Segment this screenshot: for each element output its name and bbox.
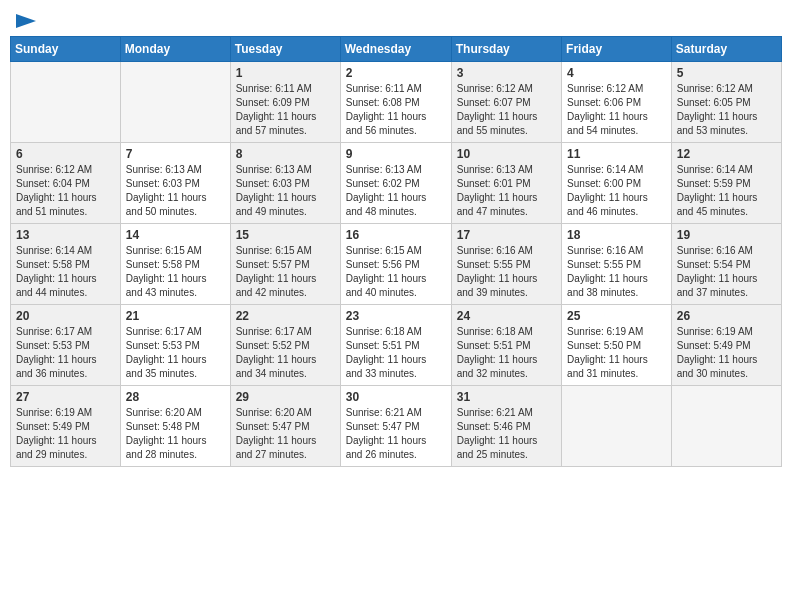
- calendar-cell: 9Sunrise: 6:13 AMSunset: 6:02 PMDaylight…: [340, 143, 451, 224]
- calendar-cell: 5Sunrise: 6:12 AMSunset: 6:05 PMDaylight…: [671, 62, 781, 143]
- calendar-table: SundayMondayTuesdayWednesdayThursdayFrid…: [10, 36, 782, 467]
- calendar-cell: 22Sunrise: 6:17 AMSunset: 5:52 PMDayligh…: [230, 305, 340, 386]
- calendar-week-3: 13Sunrise: 6:14 AMSunset: 5:58 PMDayligh…: [11, 224, 782, 305]
- day-number: 5: [677, 66, 776, 80]
- svg-marker-0: [16, 14, 36, 28]
- day-number: 22: [236, 309, 335, 323]
- calendar-cell: 7Sunrise: 6:13 AMSunset: 6:03 PMDaylight…: [120, 143, 230, 224]
- day-info: Sunrise: 6:15 AMSunset: 5:58 PMDaylight:…: [126, 244, 225, 300]
- day-info: Sunrise: 6:12 AMSunset: 6:05 PMDaylight:…: [677, 82, 776, 138]
- calendar-header-monday: Monday: [120, 37, 230, 62]
- calendar-cell: 25Sunrise: 6:19 AMSunset: 5:50 PMDayligh…: [562, 305, 672, 386]
- day-number: 11: [567, 147, 666, 161]
- day-info: Sunrise: 6:16 AMSunset: 5:55 PMDaylight:…: [567, 244, 666, 300]
- calendar-cell: 24Sunrise: 6:18 AMSunset: 5:51 PMDayligh…: [451, 305, 561, 386]
- day-info: Sunrise: 6:17 AMSunset: 5:53 PMDaylight:…: [16, 325, 115, 381]
- day-info: Sunrise: 6:12 AMSunset: 6:04 PMDaylight:…: [16, 163, 115, 219]
- calendar-week-5: 27Sunrise: 6:19 AMSunset: 5:49 PMDayligh…: [11, 386, 782, 467]
- day-number: 21: [126, 309, 225, 323]
- day-number: 26: [677, 309, 776, 323]
- day-info: Sunrise: 6:19 AMSunset: 5:49 PMDaylight:…: [677, 325, 776, 381]
- day-number: 30: [346, 390, 446, 404]
- calendar-cell: 21Sunrise: 6:17 AMSunset: 5:53 PMDayligh…: [120, 305, 230, 386]
- calendar-cell: 28Sunrise: 6:20 AMSunset: 5:48 PMDayligh…: [120, 386, 230, 467]
- day-number: 24: [457, 309, 556, 323]
- calendar-cell: 27Sunrise: 6:19 AMSunset: 5:49 PMDayligh…: [11, 386, 121, 467]
- calendar-cell: 12Sunrise: 6:14 AMSunset: 5:59 PMDayligh…: [671, 143, 781, 224]
- calendar-cell: [11, 62, 121, 143]
- day-info: Sunrise: 6:18 AMSunset: 5:51 PMDaylight:…: [346, 325, 446, 381]
- calendar-week-4: 20Sunrise: 6:17 AMSunset: 5:53 PMDayligh…: [11, 305, 782, 386]
- day-number: 10: [457, 147, 556, 161]
- calendar-cell: 26Sunrise: 6:19 AMSunset: 5:49 PMDayligh…: [671, 305, 781, 386]
- calendar-cell: 29Sunrise: 6:20 AMSunset: 5:47 PMDayligh…: [230, 386, 340, 467]
- calendar-cell: 31Sunrise: 6:21 AMSunset: 5:46 PMDayligh…: [451, 386, 561, 467]
- day-info: Sunrise: 6:18 AMSunset: 5:51 PMDaylight:…: [457, 325, 556, 381]
- calendar-header-sunday: Sunday: [11, 37, 121, 62]
- calendar-cell: 2Sunrise: 6:11 AMSunset: 6:08 PMDaylight…: [340, 62, 451, 143]
- day-number: 29: [236, 390, 335, 404]
- calendar-cell: 14Sunrise: 6:15 AMSunset: 5:58 PMDayligh…: [120, 224, 230, 305]
- day-info: Sunrise: 6:16 AMSunset: 5:54 PMDaylight:…: [677, 244, 776, 300]
- day-number: 1: [236, 66, 335, 80]
- day-info: Sunrise: 6:14 AMSunset: 5:59 PMDaylight:…: [677, 163, 776, 219]
- day-info: Sunrise: 6:12 AMSunset: 6:06 PMDaylight:…: [567, 82, 666, 138]
- day-number: 8: [236, 147, 335, 161]
- calendar-cell: 8Sunrise: 6:13 AMSunset: 6:03 PMDaylight…: [230, 143, 340, 224]
- day-number: 12: [677, 147, 776, 161]
- calendar-cell: 17Sunrise: 6:16 AMSunset: 5:55 PMDayligh…: [451, 224, 561, 305]
- calendar-cell: 30Sunrise: 6:21 AMSunset: 5:47 PMDayligh…: [340, 386, 451, 467]
- calendar-header-wednesday: Wednesday: [340, 37, 451, 62]
- calendar-cell: 11Sunrise: 6:14 AMSunset: 6:00 PMDayligh…: [562, 143, 672, 224]
- day-number: 15: [236, 228, 335, 242]
- calendar-header-thursday: Thursday: [451, 37, 561, 62]
- day-info: Sunrise: 6:13 AMSunset: 6:02 PMDaylight:…: [346, 163, 446, 219]
- logo-flag-icon: [16, 14, 36, 28]
- calendar-cell: 10Sunrise: 6:13 AMSunset: 6:01 PMDayligh…: [451, 143, 561, 224]
- day-number: 31: [457, 390, 556, 404]
- day-info: Sunrise: 6:17 AMSunset: 5:53 PMDaylight:…: [126, 325, 225, 381]
- calendar-cell: 19Sunrise: 6:16 AMSunset: 5:54 PMDayligh…: [671, 224, 781, 305]
- day-number: 16: [346, 228, 446, 242]
- day-number: 2: [346, 66, 446, 80]
- day-info: Sunrise: 6:13 AMSunset: 6:03 PMDaylight:…: [126, 163, 225, 219]
- logo: [14, 14, 36, 28]
- day-info: Sunrise: 6:19 AMSunset: 5:49 PMDaylight:…: [16, 406, 115, 462]
- calendar-cell: [562, 386, 672, 467]
- day-number: 18: [567, 228, 666, 242]
- day-info: Sunrise: 6:21 AMSunset: 5:46 PMDaylight:…: [457, 406, 556, 462]
- day-number: 4: [567, 66, 666, 80]
- day-info: Sunrise: 6:15 AMSunset: 5:56 PMDaylight:…: [346, 244, 446, 300]
- day-info: Sunrise: 6:13 AMSunset: 6:01 PMDaylight:…: [457, 163, 556, 219]
- day-info: Sunrise: 6:21 AMSunset: 5:47 PMDaylight:…: [346, 406, 446, 462]
- day-number: 7: [126, 147, 225, 161]
- day-info: Sunrise: 6:13 AMSunset: 6:03 PMDaylight:…: [236, 163, 335, 219]
- calendar-cell: 3Sunrise: 6:12 AMSunset: 6:07 PMDaylight…: [451, 62, 561, 143]
- day-number: 9: [346, 147, 446, 161]
- day-number: 14: [126, 228, 225, 242]
- day-info: Sunrise: 6:20 AMSunset: 5:48 PMDaylight:…: [126, 406, 225, 462]
- calendar-header-tuesday: Tuesday: [230, 37, 340, 62]
- day-info: Sunrise: 6:11 AMSunset: 6:09 PMDaylight:…: [236, 82, 335, 138]
- day-info: Sunrise: 6:12 AMSunset: 6:07 PMDaylight:…: [457, 82, 556, 138]
- day-info: Sunrise: 6:14 AMSunset: 5:58 PMDaylight:…: [16, 244, 115, 300]
- day-info: Sunrise: 6:17 AMSunset: 5:52 PMDaylight:…: [236, 325, 335, 381]
- calendar-header-saturday: Saturday: [671, 37, 781, 62]
- calendar-cell: 15Sunrise: 6:15 AMSunset: 5:57 PMDayligh…: [230, 224, 340, 305]
- calendar-cell: 13Sunrise: 6:14 AMSunset: 5:58 PMDayligh…: [11, 224, 121, 305]
- calendar-cell: [120, 62, 230, 143]
- day-info: Sunrise: 6:19 AMSunset: 5:50 PMDaylight:…: [567, 325, 666, 381]
- calendar-cell: 16Sunrise: 6:15 AMSunset: 5:56 PMDayligh…: [340, 224, 451, 305]
- calendar-cell: 1Sunrise: 6:11 AMSunset: 6:09 PMDaylight…: [230, 62, 340, 143]
- calendar-header-row: SundayMondayTuesdayWednesdayThursdayFrid…: [11, 37, 782, 62]
- calendar-week-1: 1Sunrise: 6:11 AMSunset: 6:09 PMDaylight…: [11, 62, 782, 143]
- calendar-cell: 18Sunrise: 6:16 AMSunset: 5:55 PMDayligh…: [562, 224, 672, 305]
- day-info: Sunrise: 6:16 AMSunset: 5:55 PMDaylight:…: [457, 244, 556, 300]
- day-info: Sunrise: 6:11 AMSunset: 6:08 PMDaylight:…: [346, 82, 446, 138]
- calendar-cell: 23Sunrise: 6:18 AMSunset: 5:51 PMDayligh…: [340, 305, 451, 386]
- day-number: 23: [346, 309, 446, 323]
- day-number: 13: [16, 228, 115, 242]
- day-number: 17: [457, 228, 556, 242]
- calendar-header-friday: Friday: [562, 37, 672, 62]
- page-header: [10, 10, 782, 28]
